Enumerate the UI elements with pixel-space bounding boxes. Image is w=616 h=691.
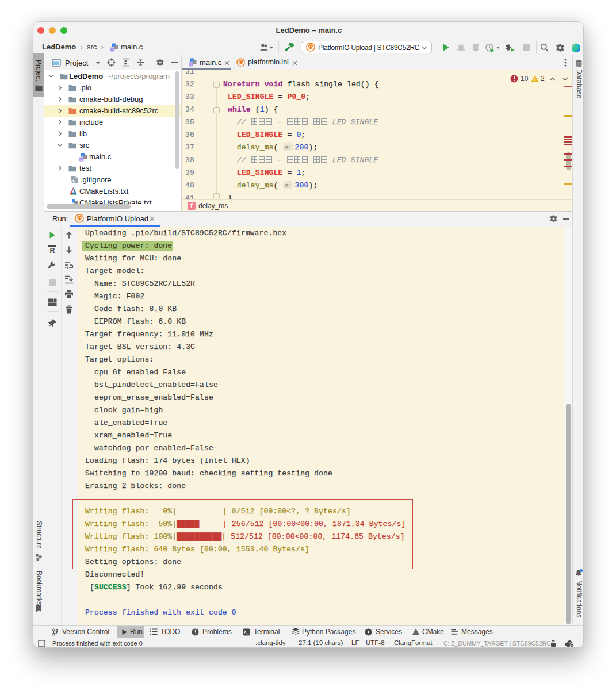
svg-text:c: c <box>113 47 115 52</box>
svg-text:?: ? <box>569 641 571 645</box>
svg-text:c: c <box>81 157 83 162</box>
svg-text:c: c <box>190 62 192 67</box>
